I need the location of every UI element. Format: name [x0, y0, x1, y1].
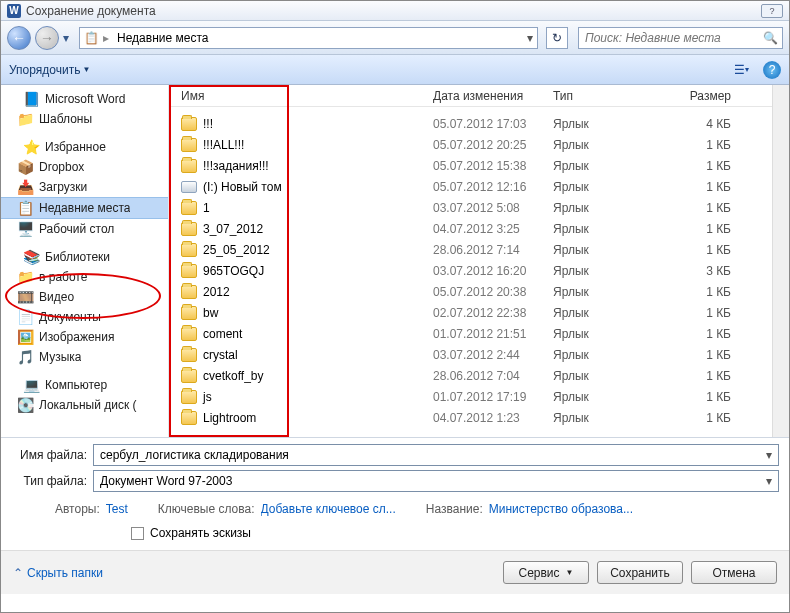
file-name: Lightroom	[203, 411, 256, 425]
folder-icon	[181, 348, 197, 362]
col-date[interactable]: Дата изменения	[433, 89, 553, 103]
folder-icon	[181, 411, 197, 425]
file-row[interactable]: js01.07.2012 17:19Ярлык1 КБ	[169, 386, 772, 407]
file-type: Ярлык	[553, 201, 683, 215]
folder-icon	[181, 243, 197, 257]
sidebar-dropbox[interactable]: 📦Dropbox	[1, 157, 168, 177]
file-row[interactable]: 25_05_201228.06.2012 7:14Ярлык1 КБ	[169, 239, 772, 260]
file-row[interactable]: bw02.07.2012 22:38Ярлык1 КБ	[169, 302, 772, 323]
file-size: 1 КБ	[683, 306, 743, 320]
scrollbar[interactable]	[772, 85, 789, 437]
file-row[interactable]: 3_07_201204.07.2012 3:25Ярлык1 КБ	[169, 218, 772, 239]
file-name: 965TOGQJ	[203, 264, 264, 278]
file-name: !!!задания!!!	[203, 159, 269, 173]
file-date: 03.07.2012 5:08	[433, 201, 553, 215]
chevron-down-icon[interactable]: ▾	[766, 448, 772, 462]
file-type: Ярлык	[553, 285, 683, 299]
file-row[interactable]: 201205.07.2012 20:38Ярлык1 КБ	[169, 281, 772, 302]
col-type[interactable]: Тип	[553, 89, 683, 103]
filename-label: Имя файла:	[11, 448, 93, 462]
col-name[interactable]: Имя	[181, 89, 433, 103]
help-button[interactable]: ?	[761, 4, 783, 18]
titlebar: W Сохранение документа ?	[1, 1, 789, 21]
file-date: 28.06.2012 7:04	[433, 369, 553, 383]
sidebar-music[interactable]: 🎵Музыка	[1, 347, 168, 367]
filetype-select[interactable]: Документ Word 97-2003▾	[93, 470, 779, 492]
cancel-button[interactable]: Отмена	[691, 561, 777, 584]
file-name: !!!	[203, 117, 213, 131]
collapse-icon[interactable]: ⌃	[13, 566, 23, 580]
file-size: 1 КБ	[683, 369, 743, 383]
star-icon: ⭐	[23, 139, 39, 155]
refresh-button[interactable]: ↻	[546, 27, 568, 49]
file-row[interactable]: coment01.07.2012 21:51Ярлык1 КБ	[169, 323, 772, 344]
file-date: 05.07.2012 12:16	[433, 180, 553, 194]
file-row[interactable]: !!!05.07.2012 17:03Ярлык4 КБ	[169, 113, 772, 134]
file-row[interactable]: cvetkoff_by28.06.2012 7:04Ярлык1 КБ	[169, 365, 772, 386]
save-thumbnails-checkbox[interactable]	[131, 527, 144, 540]
search-icon[interactable]: 🔍	[763, 31, 778, 45]
file-row[interactable]: 103.07.2012 5:08Ярлык1 КБ	[169, 197, 772, 218]
desktop-icon: 🖥️	[17, 221, 33, 237]
forward-button[interactable]: →	[35, 26, 59, 50]
file-list[interactable]: Имя Дата изменения Тип Размер !!!05.07.2…	[169, 85, 772, 437]
file-name: 1	[203, 201, 210, 215]
keywords-value[interactable]: Добавьте ключевое сл...	[261, 502, 396, 516]
sidebar-work[interactable]: 📁в работе	[1, 267, 168, 287]
chevron-down-icon[interactable]: ▾	[766, 474, 772, 488]
sidebar-documents[interactable]: 📄Документы	[1, 307, 168, 327]
sidebar-desktop[interactable]: 🖥️Рабочий стол	[1, 219, 168, 239]
file-date: 02.07.2012 22:38	[433, 306, 553, 320]
save-thumbnails-label: Сохранять эскизы	[150, 526, 251, 540]
folder-icon	[181, 138, 197, 152]
search-input[interactable]	[583, 30, 759, 46]
file-size: 1 КБ	[683, 390, 743, 404]
back-button[interactable]: ←	[7, 26, 31, 50]
file-size: 1 КБ	[683, 159, 743, 173]
sidebar-templates[interactable]: 📁Шаблоны	[1, 109, 168, 129]
file-row[interactable]: (I:) Новый том05.07.2012 12:16Ярлык1 КБ	[169, 176, 772, 197]
help-icon-button[interactable]: ?	[763, 61, 781, 79]
address-dropdown-icon[interactable]: ▾	[527, 31, 533, 45]
sidebar-word[interactable]: 📘Microsoft Word	[1, 89, 168, 109]
sidebar-recent-places[interactable]: 📋Недавние места	[1, 197, 168, 219]
file-row[interactable]: 965TOGQJ03.07.2012 16:20Ярлык3 КБ	[169, 260, 772, 281]
file-row[interactable]: !!!ALL!!!05.07.2012 20:25Ярлык1 КБ	[169, 134, 772, 155]
save-button[interactable]: Сохранить	[597, 561, 683, 584]
authors-value[interactable]: Test	[106, 502, 128, 516]
word-icon: 📘	[23, 91, 39, 107]
sidebar-libraries[interactable]: 📚Библиотеки	[1, 247, 168, 267]
hide-folders-link[interactable]: Скрыть папки	[27, 566, 103, 580]
sidebar-favorites[interactable]: ⭐Избранное	[1, 137, 168, 157]
chevron-down-icon[interactable]: ▼	[82, 65, 90, 74]
col-size[interactable]: Размер	[683, 89, 743, 103]
file-row[interactable]: Lightroom04.07.2012 1:23Ярлык1 КБ	[169, 407, 772, 428]
sidebar-pictures[interactable]: 🖼️Изображения	[1, 327, 168, 347]
sidebar-video[interactable]: 🎞️Видео	[1, 287, 168, 307]
doc-title-value[interactable]: Министерство образова...	[489, 502, 633, 516]
file-row[interactable]: crystal03.07.2012 2:44Ярлык1 КБ	[169, 344, 772, 365]
filename-input[interactable]: сербул_логистика складирования▾	[93, 444, 779, 466]
breadcrumb-location[interactable]: Недавние места	[113, 31, 212, 45]
folder-icon	[181, 327, 197, 341]
file-date: 01.07.2012 17:19	[433, 390, 553, 404]
file-name: 3_07_2012	[203, 222, 263, 236]
window-buttons: ?	[761, 4, 783, 18]
search-box[interactable]: 🔍	[578, 27, 783, 49]
sidebar-local-disk[interactable]: 💽Локальный диск (	[1, 395, 168, 415]
address-bar[interactable]: 📋 ▸ Недавние места ▾	[79, 27, 538, 49]
pictures-icon: 🖼️	[17, 329, 33, 345]
chevron-down-icon: ▼	[566, 568, 574, 577]
word-app-icon: W	[7, 4, 21, 18]
authors-label: Авторы:	[55, 502, 100, 516]
sidebar-downloads[interactable]: 📥Загрузки	[1, 177, 168, 197]
nav-row: ← → ▾ 📋 ▸ Недавние места ▾ ↻ 🔍	[1, 21, 789, 55]
file-size: 4 КБ	[683, 117, 743, 131]
file-row[interactable]: !!!задания!!!05.07.2012 15:38Ярлык1 КБ	[169, 155, 772, 176]
sidebar-computer[interactable]: 💻Компьютер	[1, 375, 168, 395]
view-button[interactable]: ☰▾	[729, 60, 753, 80]
history-dropdown[interactable]: ▾	[63, 31, 75, 45]
organize-button[interactable]: Упорядочить	[9, 63, 80, 77]
file-type: Ярлык	[553, 243, 683, 257]
tools-button[interactable]: Сервис▼	[503, 561, 589, 584]
